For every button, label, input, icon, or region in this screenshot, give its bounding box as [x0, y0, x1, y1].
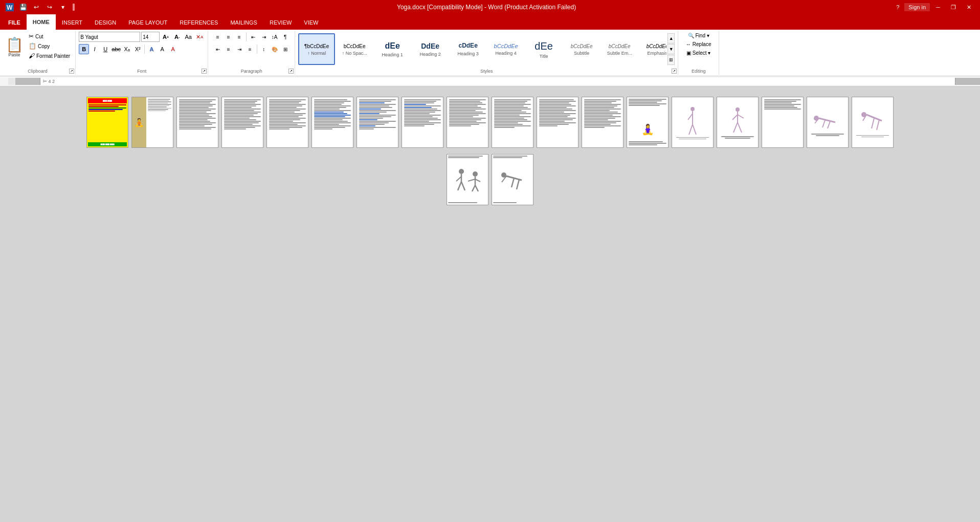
text-effect-button[interactable]: A	[146, 44, 157, 54]
style-subtle-emphasis-preview: bCcDdEe	[609, 43, 631, 50]
page-thumb-r2-18[interactable]	[447, 154, 488, 205]
text-highlight-button[interactable]: A	[157, 44, 167, 54]
change-case-button[interactable]: Aa	[183, 32, 193, 42]
find-label: Find ▾	[696, 33, 709, 38]
clear-formatting-button[interactable]: ✕A	[194, 32, 205, 42]
decrease-indent-button[interactable]: ⇤	[248, 32, 258, 42]
numbered-list-button[interactable]: ≡	[224, 32, 234, 42]
svg-point-28	[473, 171, 478, 177]
sort-button[interactable]: ↕A	[270, 32, 280, 42]
help-button[interactable]: ?	[896, 4, 899, 10]
shading-button[interactable]: 🎨	[270, 44, 280, 54]
style-subtle-emphasis[interactable]: bCcDdEe Subtle Em...	[601, 33, 638, 65]
page-thumb-13[interactable]: 🧘‍♀️	[627, 97, 669, 148]
bullet-list-button[interactable]: ≡	[213, 32, 223, 42]
find-button[interactable]: 🔍 Find ▾	[685, 32, 712, 39]
page-thumb-5[interactable]	[266, 97, 308, 148]
subscript-button[interactable]: X₂	[122, 44, 132, 54]
font-color-button[interactable]: A	[168, 44, 178, 54]
minimize-button[interactable]: ─	[931, 2, 945, 12]
style-heading4[interactable]: bCcDdEe Heading 4	[487, 33, 524, 65]
page-thumb-8[interactable]	[402, 97, 443, 148]
paste-button[interactable]: 📋 Paste	[3, 32, 26, 63]
superscript-button[interactable]: X²	[132, 44, 143, 54]
style-heading1[interactable]: dEe Heading 1	[374, 33, 411, 65]
tab-mailings[interactable]: MAILINGS	[224, 15, 263, 30]
redo-button[interactable]: ↪	[44, 2, 55, 13]
align-right-button[interactable]: ⇥	[234, 44, 244, 54]
save-button[interactable]: 💾	[17, 2, 29, 13]
tab-design[interactable]: DESIGN	[88, 15, 122, 30]
format-painter-button[interactable]: 🖌 Format Painter	[27, 51, 72, 60]
font-size-increase-button[interactable]: A+	[161, 32, 171, 42]
paste-label: Paste	[8, 52, 20, 57]
tab-file[interactable]: FILE	[2, 15, 27, 30]
show-hide-button[interactable]: ¶	[280, 32, 291, 42]
font-size-decrease-button[interactable]: A-	[172, 32, 182, 42]
paragraph-row1: ≡ ≡ ≡ ⇤ ⇥ ↕A ¶	[213, 32, 291, 42]
font-expand[interactable]: ↗	[202, 69, 207, 74]
page-thumb-12[interactable]	[582, 97, 623, 148]
replace-button[interactable]: ↔ Replace	[683, 40, 715, 48]
page-thumb-4[interactable]	[221, 97, 263, 148]
clipboard-expand[interactable]: ↗	[69, 69, 74, 74]
style-heading3[interactable]: cDdEe Heading 3	[450, 33, 486, 65]
cut-button[interactable]: ✂ Cut	[27, 32, 72, 41]
bold-button[interactable]: B	[79, 44, 89, 54]
style-subtitle[interactable]: bCcDdEe Subtitle	[563, 33, 600, 65]
justify-button[interactable]: ≡	[245, 44, 255, 54]
style-normal[interactable]: ¶bCcDdEe ↑ Normal	[298, 33, 335, 65]
page-thumb-11[interactable]	[537, 97, 578, 148]
multilevel-list-button[interactable]: ≡	[234, 32, 244, 42]
styles-scroll-down[interactable]: ▼	[667, 44, 675, 54]
page-thumb-18[interactable]	[852, 97, 894, 148]
increase-indent-button[interactable]: ⇥	[259, 32, 269, 42]
copy-button[interactable]: 📋 Copy	[27, 41, 72, 51]
page-thumb-7[interactable]	[357, 97, 398, 148]
styles-expand-button[interactable]: ⊞	[667, 55, 675, 65]
font-name-input[interactable]	[79, 32, 140, 42]
align-left-button[interactable]: ⇤	[213, 44, 223, 54]
tab-references[interactable]: REFERENCES	[173, 15, 224, 30]
page-thumb-6[interactable]	[311, 97, 353, 148]
page-thumb-14[interactable]	[672, 97, 714, 148]
page-thumb-17[interactable]	[807, 97, 849, 148]
select-button[interactable]: ▣ Select ▾	[683, 49, 714, 57]
close-button[interactable]: ✕	[962, 2, 976, 12]
pages-row-2	[447, 154, 533, 205]
styles-expand[interactable]: ↗	[672, 69, 677, 74]
svg-line-26	[458, 182, 461, 190]
page-thumb-1[interactable]: ████ ████ ████ ████ ████	[86, 97, 128, 148]
tab-home[interactable]: HOME	[27, 14, 56, 30]
tab-page-layout[interactable]: PAGE LAYOUT	[122, 15, 173, 30]
tab-insert[interactable]: INSERT	[56, 15, 88, 30]
page-thumb-10[interactable]	[492, 97, 533, 148]
italic-button[interactable]: I	[90, 44, 100, 54]
style-emphasis[interactable]: bCcDdEe Emphasis	[639, 33, 666, 65]
page-thumb-9[interactable]	[447, 97, 488, 148]
style-title[interactable]: dEe Title	[525, 33, 562, 65]
align-center-button[interactable]: ≡	[224, 44, 234, 54]
style-heading2[interactable]: DdEe Heading 2	[412, 33, 449, 65]
signin-button[interactable]: Sign in	[904, 3, 930, 11]
paragraph-expand[interactable]: ↗	[288, 69, 294, 74]
customize-qat-button[interactable]: ▾	[57, 2, 69, 13]
strikethrough-button[interactable]: abc	[111, 44, 121, 54]
tab-review[interactable]: REVIEW	[263, 15, 298, 30]
styles-scroll-up[interactable]: ▲	[667, 33, 675, 44]
page-thumb-2[interactable]: 🧘	[131, 97, 173, 148]
style-no-spacing[interactable]: bCcDdEe ↑ No Spac...	[336, 33, 373, 65]
page-thumb-r2-19[interactable]	[492, 154, 533, 205]
restore-button[interactable]: ❐	[946, 2, 961, 12]
line-spacing-button[interactable]: ↕	[259, 44, 269, 54]
font-size-input[interactable]	[141, 32, 160, 42]
tab-view[interactable]: VIEW	[298, 15, 324, 30]
undo-button[interactable]: ↩	[31, 2, 42, 13]
page-thumb-16[interactable]	[762, 97, 804, 148]
borders-button[interactable]: ⊞	[280, 44, 291, 54]
clipboard-group: 📋 Paste ✂ Cut 📋 Copy 🖌 Format Painter	[0, 31, 76, 75]
page-thumb-15[interactable]	[717, 97, 759, 148]
underline-button[interactable]: U	[100, 44, 110, 54]
style-no-spacing-label: ↑ No Spac...	[342, 51, 367, 56]
page-thumb-3[interactable]	[176, 97, 218, 148]
